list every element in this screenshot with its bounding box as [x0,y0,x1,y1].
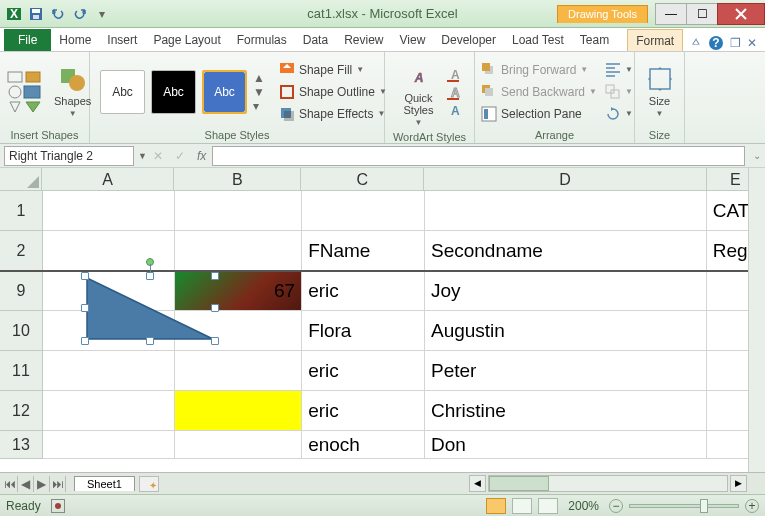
cancel-icon[interactable]: ✕ [147,149,169,163]
namebox-dropdown-icon[interactable]: ▼ [138,151,147,161]
name-box[interactable] [4,146,134,166]
vertical-scrollbar[interactable] [748,168,765,472]
close-button[interactable] [717,3,765,25]
rotate-button[interactable]: ▼ [605,104,633,124]
file-tab[interactable]: File [4,29,51,51]
macro-record-icon[interactable] [51,499,65,513]
cell[interactable]: Secondname [425,231,707,271]
expand-formula-bar-icon[interactable]: ⌄ [753,150,761,161]
help-icon[interactable]: ? [708,35,724,51]
restore-window-icon[interactable]: ❐ [730,36,741,50]
selection-pane-button[interactable]: Selection Pane [481,104,597,124]
cell[interactable]: Christine [425,391,707,431]
zoom-level[interactable]: 200% [568,499,599,513]
sheet-tab-sheet1[interactable]: Sheet1 [74,476,135,491]
select-all-corner[interactable] [0,168,42,191]
tab-developer[interactable]: Developer [433,29,504,51]
cell[interactable] [302,191,425,231]
row-header[interactable]: 13 [0,431,43,459]
column-header[interactable]: C [301,168,424,191]
cell[interactable] [43,431,175,459]
size-button[interactable]: Size▼ [640,63,680,120]
horizontal-scrollbar[interactable] [488,475,728,492]
cell[interactable] [43,311,175,351]
cell[interactable]: eric [302,391,425,431]
sheet-nav-first[interactable]: ⏮ [2,476,18,492]
excel-icon[interactable]: X [4,4,24,24]
zoom-in-button[interactable]: + [745,499,759,513]
send-backward-button[interactable]: Send Backward ▼ [481,82,597,102]
formula-bar[interactable] [212,146,745,166]
cell[interactable]: 67 [175,271,302,311]
cell[interactable]: Augustin [425,311,707,351]
cell[interactable]: Joy [425,271,707,311]
view-normal-button[interactable] [486,498,506,514]
column-header[interactable]: B [174,168,301,191]
worksheet[interactable]: ABCDE 12910111213 CAT 1FNameSecondnameRe… [0,168,765,472]
cell[interactable]: Don [425,431,707,459]
tab-home[interactable]: Home [51,29,99,51]
tab-insert[interactable]: Insert [99,29,145,51]
close-workbook-icon[interactable]: ✕ [747,36,757,50]
cell[interactable]: eric [302,351,425,391]
shape-effects-button[interactable]: Shape Effects ▼ [279,104,387,124]
shape-style-1[interactable]: Abc [100,70,145,114]
cell[interactable] [43,231,175,271]
cell[interactable]: Flora [302,311,425,351]
tab-team[interactable]: Team [572,29,617,51]
row-header[interactable]: 1 [0,191,43,231]
styles-more[interactable]: ▾ [253,99,265,113]
group-button[interactable]: ▼ [605,82,633,102]
tab-load-test[interactable]: Load Test [504,29,572,51]
row-header[interactable]: 11 [0,351,43,391]
cell[interactable] [43,271,175,311]
bring-forward-button[interactable]: Bring Forward ▼ [481,60,597,80]
cell[interactable] [175,231,302,271]
cell[interactable] [43,351,175,391]
cell[interactable] [175,391,302,431]
redo-icon[interactable] [70,4,90,24]
quick-styles-button[interactable]: A Quick Styles▼ [397,56,441,129]
minimize-button[interactable]: — [655,3,687,25]
cell[interactable] [43,391,175,431]
shapes-gallery-small[interactable] [6,70,44,114]
column-header[interactable]: A [42,168,175,191]
shape-style-2[interactable]: Abc [151,70,196,114]
save-icon[interactable] [26,4,46,24]
text-effects-icon[interactable]: A [445,103,463,119]
undo-icon[interactable] [48,4,68,24]
cell[interactable]: eric [302,271,425,311]
hscroll-right[interactable]: ▶ [730,475,747,492]
sheet-nav-last[interactable]: ⏭ [50,476,66,492]
tab-review[interactable]: Review [336,29,391,51]
row-header[interactable]: 12 [0,391,43,431]
styles-scroll-up[interactable]: ▲ [253,71,265,85]
maximize-button[interactable]: ☐ [686,3,718,25]
zoom-out-button[interactable]: − [609,499,623,513]
new-sheet-button[interactable]: ✦ [139,476,159,492]
row-header[interactable]: 10 [0,311,43,351]
sheet-nav-prev[interactable]: ◀ [18,476,34,492]
qat-customize-icon[interactable]: ▾ [92,4,112,24]
zoom-slider[interactable] [629,504,739,508]
cell[interactable]: enoch [302,431,425,459]
row-header[interactable]: 9 [0,271,43,311]
view-page-break-button[interactable] [538,498,558,514]
tab-data[interactable]: Data [295,29,336,51]
cell[interactable] [175,431,302,459]
cell[interactable] [175,351,302,391]
cell[interactable]: FName [302,231,425,271]
cell[interactable] [175,191,302,231]
sheet-nav-next[interactable]: ▶ [34,476,50,492]
row-header[interactable]: 2 [0,231,43,271]
column-header[interactable]: D [424,168,707,191]
text-outline-icon[interactable]: A [445,85,463,101]
styles-scroll-down[interactable]: ▼ [253,85,265,99]
hscroll-left[interactable]: ◀ [469,475,486,492]
align-button[interactable]: ▼ [605,60,633,80]
minimize-ribbon-icon[interactable]: ㅿ [690,34,702,51]
tab-view[interactable]: View [392,29,434,51]
shape-fill-button[interactable]: Shape Fill ▼ [279,60,387,80]
cell[interactable] [175,311,302,351]
text-fill-icon[interactable]: A [445,67,463,83]
